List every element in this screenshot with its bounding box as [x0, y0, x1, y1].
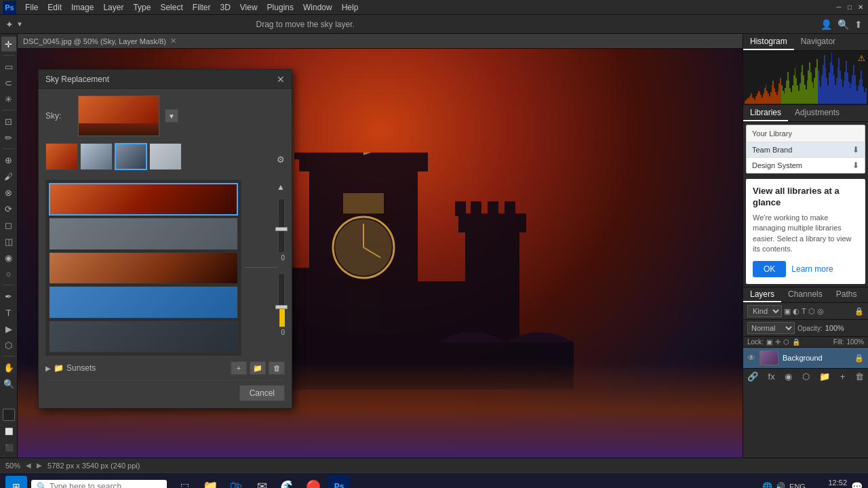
sky-dropdown-button[interactable]: ▼	[165, 109, 178, 123]
filter-shape-icon[interactable]: ⬡	[808, 307, 815, 316]
tool-zoom[interactable]: 🔍	[1, 376, 16, 391]
layers-mask-button[interactable]: ◉	[785, 371, 792, 382]
tool-move[interactable]: ✛	[1, 37, 16, 52]
minimize-button[interactable]: ─	[834, 3, 844, 12]
slider-handle-1[interactable]	[275, 227, 288, 231]
menu-image[interactable]: Image	[66, 1, 98, 14]
layers-adjustment-button[interactable]: ⬡	[802, 371, 810, 382]
layers-fx-button[interactable]: fx	[768, 371, 775, 382]
cancel-button[interactable]: Cancel	[239, 385, 285, 401]
taskbar-edge[interactable]: 🌊	[277, 476, 298, 489]
menu-edit[interactable]: Edit	[43, 1, 66, 14]
start-button[interactable]: ⊞	[5, 476, 27, 489]
layers-folder-button[interactable]: 📁	[819, 371, 830, 382]
sky-dialog-close[interactable]: ✕	[277, 74, 285, 85]
tool-gradient[interactable]: ◫	[1, 234, 16, 249]
tab-histogram[interactable]: Histogram	[743, 34, 794, 50]
lock-artboard-icon[interactable]: ⬡	[783, 338, 789, 346]
sky-thumb-1[interactable]	[45, 143, 78, 170]
tool-clone[interactable]: ⊗	[1, 185, 16, 200]
menu-plugins[interactable]: Plugins	[262, 1, 298, 14]
tool-crop[interactable]: ⊡	[1, 114, 16, 129]
blend-mode-select[interactable]: Normal	[747, 322, 795, 334]
tool-eraser[interactable]: ◻	[1, 218, 16, 232]
sky-list-item-3[interactable]	[49, 252, 238, 284]
layers-new-button[interactable]: +	[840, 371, 846, 382]
sky-list-item-4[interactable]	[49, 286, 238, 318]
sky-list-item-5[interactable]	[49, 321, 238, 352]
tool-lasso[interactable]: ⊂	[1, 75, 16, 90]
settings-icon[interactable]: ⚙	[277, 155, 285, 165]
status-arrow-left[interactable]: ◀	[26, 462, 31, 469]
menu-3d[interactable]: 3D	[215, 1, 235, 14]
tool-option-dropdown[interactable]: ▼	[16, 20, 23, 28]
doc-close-button[interactable]: ✕	[170, 37, 176, 45]
taskbar-search-input[interactable]	[50, 482, 158, 489]
menu-select[interactable]: Select	[155, 1, 187, 14]
tool-foreground-color[interactable]	[3, 409, 15, 421]
profile-icon[interactable]: 👤	[821, 19, 832, 30]
tool-magic-wand[interactable]: ✳	[1, 92, 16, 106]
taskbar-mail[interactable]: ✉	[251, 476, 273, 489]
taskbar-search-box[interactable]: 🔍	[31, 480, 167, 489]
tool-text[interactable]: T	[1, 305, 16, 320]
tab-adjustments[interactable]: Adjustments	[788, 105, 846, 121]
vertical-slider-2[interactable]	[278, 273, 285, 327]
tab-layers[interactable]: Layers	[743, 287, 781, 302]
canvas-content[interactable]: Sky Replacement ✕ Sky: ▼	[18, 49, 743, 458]
tool-eyedropper[interactable]: ✏	[1, 130, 16, 145]
sky-thumb-3[interactable]	[115, 143, 147, 170]
tab-navigator[interactable]: Navigator	[794, 34, 842, 50]
share-icon[interactable]: ⬆	[854, 19, 863, 30]
filter-smart-icon[interactable]: ◎	[817, 307, 824, 316]
learn-more-button[interactable]: Learn more	[791, 264, 833, 274]
sky-folder-add-button[interactable]: 📁	[250, 361, 266, 375]
library-item-design-system[interactable]: Design System ⬇	[747, 158, 865, 173]
menu-type[interactable]: Type	[128, 1, 155, 14]
lock-all-icon[interactable]: 🔒	[792, 338, 800, 346]
volume-icon[interactable]: 🔊	[775, 482, 785, 489]
tool-brush[interactable]: 🖌	[1, 169, 16, 184]
layer-visibility-icon[interactable]: 👁	[747, 353, 755, 363]
tool-history[interactable]: ⟳	[1, 201, 16, 216]
layers-delete-button[interactable]: 🗑	[855, 371, 864, 382]
sky-add-button[interactable]: +	[231, 361, 247, 375]
lock-pixel-icon[interactable]: ▣	[766, 338, 772, 346]
maximize-button[interactable]: □	[845, 3, 854, 12]
filter-adjust-icon[interactable]: ◐	[793, 307, 800, 316]
menu-help[interactable]: Help	[337, 1, 363, 14]
filter-pixel-icon[interactable]: ▣	[784, 307, 791, 316]
taskbar-file-explorer[interactable]: 📁	[199, 476, 221, 489]
sky-thumb-4[interactable]	[149, 143, 182, 170]
tool-hand[interactable]: ✋	[1, 360, 16, 375]
sky-dialog-header[interactable]: Sky Replacement ✕	[39, 70, 292, 89]
tab-paths[interactable]: Paths	[829, 287, 864, 302]
tab-libraries[interactable]: Libraries	[743, 105, 788, 121]
team-brand-download-icon[interactable]: ⬇	[852, 145, 859, 155]
lock-position-icon[interactable]: ✛	[775, 338, 781, 346]
menu-filter[interactable]: Filter	[188, 1, 216, 14]
search-icon[interactable]: 🔍	[837, 19, 849, 30]
vertical-slider-1[interactable]	[278, 199, 285, 253]
tool-pen[interactable]: ✒	[1, 289, 16, 304]
layers-kind-select[interactable]: Kind	[747, 305, 782, 317]
menu-layer[interactable]: Layer	[98, 1, 128, 14]
sky-folder[interactable]: ▶ 📁 Sunsets	[45, 363, 96, 373]
menu-view[interactable]: View	[235, 1, 262, 14]
tool-screen-mode[interactable]: ⬛	[1, 440, 16, 455]
notification-icon[interactable]: 💬	[851, 481, 863, 489]
sky-thumb-2[interactable]	[80, 143, 113, 170]
filter-type-icon[interactable]: T	[802, 307, 806, 315]
taskbar-chrome[interactable]: 🔴	[302, 476, 324, 489]
sky-list-area[interactable]	[45, 180, 241, 356]
slider-handle-2[interactable]	[275, 305, 288, 309]
sky-preview-thumbnail[interactable]	[78, 96, 159, 136]
menu-window[interactable]: Window	[298, 1, 337, 14]
tool-path-select[interactable]: ▶	[1, 321, 16, 336]
tool-marquee[interactable]: ▭	[1, 59, 16, 74]
sky-list-item-1[interactable]	[49, 183, 238, 216]
tool-healing[interactable]: ⊕	[1, 152, 16, 167]
tool-blur[interactable]: ◉	[1, 250, 16, 265]
network-icon[interactable]: 🌐	[762, 482, 772, 489]
taskbar-task-view[interactable]: ⬚	[174, 476, 195, 489]
